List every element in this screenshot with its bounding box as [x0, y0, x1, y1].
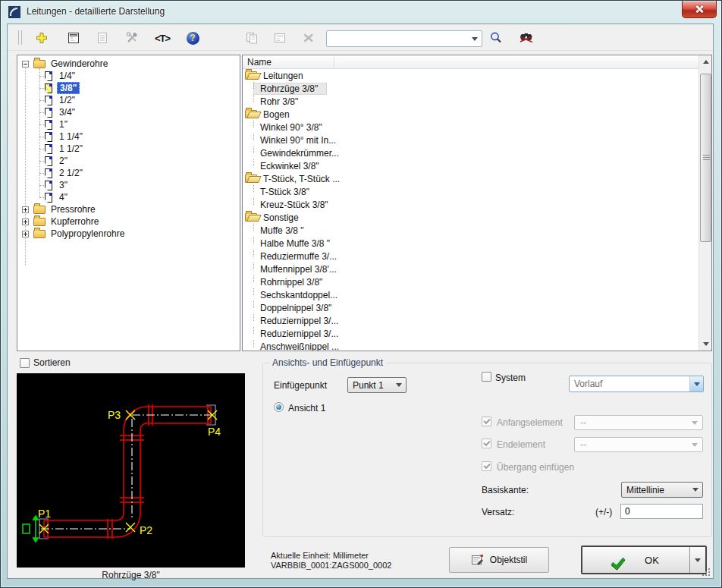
- scroll-up-button[interactable]: [699, 55, 712, 68]
- list-item-label: T-Stück 3/8": [253, 186, 312, 198]
- text-icon: <T>: [155, 33, 170, 44]
- list-item[interactable]: Reduziernippel 3/...: [243, 327, 698, 340]
- sort-option[interactable]: Sortieren: [20, 357, 71, 368]
- einfuegepunkt-select[interactable]: Punkt 1: [347, 377, 407, 393]
- tree-item-pressrohre[interactable]: Pressrohre: [17, 203, 240, 215]
- expand-icon[interactable]: [22, 219, 29, 225]
- tree-item[interactable]: 2": [17, 155, 240, 167]
- add-button[interactable]: [33, 29, 51, 47]
- pipe-outline: [44, 404, 211, 539]
- list-item[interactable]: Bogen: [243, 108, 698, 121]
- endelement-label: Endelement: [497, 439, 545, 450]
- list-item[interactable]: T-Stück 3/8": [243, 185, 698, 198]
- tools-button[interactable]: [123, 29, 141, 47]
- folder-icon: [33, 206, 46, 214]
- column-divider[interactable]: [334, 57, 334, 67]
- list-item[interactable]: Kreuz-Stück 3/8": [243, 198, 698, 211]
- titlebar[interactable]: Leitungen - detaillierte Darstellung: [1, 1, 721, 24]
- toolbar-gripper[interactable]: [18, 30, 22, 45]
- list-item[interactable]: Doppelnippel 3/8": [243, 301, 698, 314]
- search-input[interactable]: [327, 31, 468, 46]
- delete-button[interactable]: [300, 29, 318, 47]
- ansicht-radio[interactable]: [274, 402, 284, 412]
- list-item-label: Bogen: [261, 108, 292, 121]
- tree-item[interactable]: 2 1/2": [17, 167, 240, 179]
- tree-item[interactable]: 3": [17, 179, 240, 191]
- tree-item[interactable]: 4": [17, 191, 240, 203]
- search-button[interactable]: [487, 29, 505, 47]
- scrollbar-thumb[interactable]: [700, 74, 711, 242]
- tree-item[interactable]: 1/4": [17, 70, 240, 82]
- list-item[interactable]: Reduziernippel 3/...: [243, 314, 698, 327]
- system-checkbox[interactable]: [482, 372, 491, 382]
- close-button[interactable]: [682, 1, 717, 18]
- list-item[interactable]: Anschweißnippel ...: [243, 340, 698, 351]
- list-item-label: Winkel 90° mit In...: [253, 134, 338, 146]
- versatz-sign-label: (+/-): [595, 507, 612, 517]
- edit-dialog-button[interactable]: [64, 29, 83, 47]
- tools-icon: [126, 32, 138, 44]
- tree-item-label: Gewinderohre: [49, 58, 110, 69]
- preview-canvas[interactable]: P3 P4 P1 P2: [17, 373, 245, 568]
- tree-item[interactable]: 1": [17, 118, 240, 130]
- list-item[interactable]: Rohrnippel 3/8": [243, 275, 698, 288]
- tree-item-gewinderohre[interactable]: Gewinderohre: [17, 58, 240, 70]
- list-item[interactable]: Gewindekrümmer...: [243, 146, 698, 159]
- list-item[interactable]: Leitungen: [243, 69, 698, 82]
- tree-item-selected[interactable]: 3/8": [17, 82, 240, 94]
- help-button[interactable]: ?: [184, 29, 202, 47]
- system-select[interactable]: Vorlauf: [569, 376, 704, 392]
- list-item-label: Halbe Muffe 3/8 ": [253, 237, 332, 250]
- tree-item-label: 1/2": [57, 95, 77, 105]
- tree-item-label: 1/4": [57, 71, 77, 81]
- list-item[interactable]: Sechskantdoppel...: [243, 288, 698, 301]
- list-item-label: Reduziernippel 3/...: [253, 315, 341, 327]
- einfuegepunkt-label: Einfügepunkt: [274, 380, 327, 391]
- list-item[interactable]: Eckwinkel 3/8": [243, 159, 698, 172]
- list-item[interactable]: Winkel 90° mit In...: [243, 134, 698, 146]
- list-column-header[interactable]: Name: [243, 55, 698, 69]
- tree-item-label: 1 1/2": [57, 143, 85, 154]
- tree-item-kupferrohre[interactable]: Kupferrohre: [17, 215, 240, 228]
- scroll-down-button[interactable]: [699, 338, 712, 351]
- basiskante-select[interactable]: Mittellinie: [621, 482, 703, 498]
- ok-button[interactable]: OK: [582, 547, 689, 573]
- objektstil-button[interactable]: Objektstil: [449, 547, 549, 573]
- tree-item-polypropylenrohre[interactable]: Polypropylenrohre: [17, 228, 240, 240]
- list-item[interactable]: Muffennippel 3/8'...: [243, 263, 698, 275]
- text-button[interactable]: <T>: [152, 29, 173, 47]
- copy-button[interactable]: [243, 29, 261, 47]
- chevron-down-icon: [472, 37, 478, 41]
- tree-item[interactable]: 1 1/2": [17, 143, 240, 155]
- expand-icon[interactable]: [22, 231, 29, 237]
- sort-checkbox[interactable]: [20, 358, 30, 368]
- properties-button[interactable]: [271, 29, 289, 47]
- help-icon: ?: [187, 32, 199, 45]
- list-item[interactable]: T-Stück, T-Stück ...: [243, 172, 698, 185]
- endelement-checkbox: [482, 439, 491, 448]
- list-scrollbar[interactable]: [698, 55, 711, 351]
- collapse-icon[interactable]: [22, 61, 29, 68]
- list-item[interactable]: Muffe 3/8 ": [243, 224, 698, 237]
- resize-grip[interactable]: [701, 567, 711, 577]
- centerline: [41, 415, 215, 529]
- pipe-symbol-icon: [45, 108, 52, 118]
- current-unit-label: Aktuelle Einheit: Millimeter: [271, 551, 391, 561]
- expand-icon[interactable]: [22, 206, 29, 213]
- list-item-label: Muffennippel 3/8'...: [253, 263, 339, 275]
- list-view-button[interactable]: [93, 29, 111, 47]
- list-item[interactable]: Sonstige: [243, 211, 698, 224]
- list-item[interactable]: Winkel 90° 3/8": [243, 121, 698, 134]
- find-replace-button[interactable]: [517, 29, 535, 47]
- pipe-symbol-icon: [45, 83, 52, 93]
- tree-item[interactable]: 1 1/4": [17, 130, 240, 143]
- versatz-input[interactable]: [620, 504, 703, 519]
- tree-item-label: 3": [57, 180, 70, 190]
- tree-item[interactable]: 3/4": [17, 106, 240, 118]
- list-item[interactable]: Rohr 3/8": [243, 95, 698, 108]
- search-dropdown-arrow[interactable]: [468, 31, 482, 46]
- list-item[interactable]: Reduziermuffe 3/...: [243, 250, 698, 263]
- list-item-selected[interactable]: Rohrzüge 3/8": [243, 82, 698, 95]
- tree-item[interactable]: 1/2": [17, 94, 240, 106]
- list-item[interactable]: Halbe Muffe 3/8 ": [243, 237, 698, 250]
